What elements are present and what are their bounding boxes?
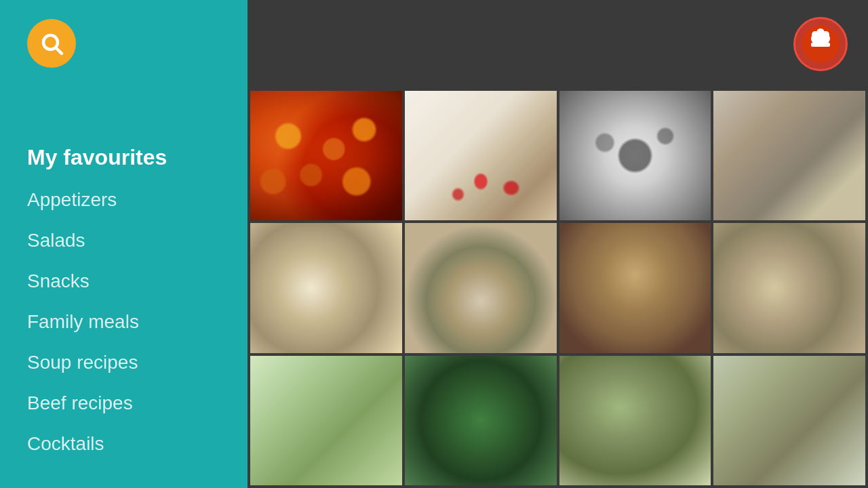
food-image-6[interactable] <box>405 223 557 352</box>
main-content <box>248 0 868 488</box>
svg-line-1 <box>56 48 62 54</box>
sidebar-item-beef-recipes[interactable]: Beef recipes <box>27 383 248 424</box>
food-image-12[interactable] <box>713 356 865 485</box>
sidebar-item-salads[interactable]: Salads <box>27 220 248 261</box>
sidebar: My favouritesAppetizersSaladsSnacksFamil… <box>0 0 248 488</box>
food-image-11[interactable] <box>559 356 711 485</box>
sidebar-item-soup-recipes[interactable]: Soup recipes <box>27 342 248 383</box>
food-image-1[interactable] <box>250 91 402 220</box>
food-image-7[interactable] <box>559 223 711 352</box>
food-image-5[interactable] <box>250 223 402 352</box>
food-image-10[interactable] <box>405 356 557 485</box>
food-image-4[interactable] <box>713 91 865 220</box>
sidebar-item-family-meals[interactable]: Family meals <box>27 302 248 342</box>
svg-point-9 <box>823 31 829 38</box>
food-image-9[interactable] <box>250 356 402 485</box>
sidebar-item-appetizers[interactable]: Appetizers <box>27 180 248 220</box>
search-button[interactable] <box>27 19 76 68</box>
svg-rect-4 <box>811 43 830 47</box>
logo-button[interactable] <box>793 17 848 71</box>
sidebar-item-my-favourites[interactable]: My favourites <box>27 136 248 180</box>
food-image-3[interactable] <box>559 91 711 220</box>
sidebar-item-snacks[interactable]: Snacks <box>27 261 248 302</box>
nav-menu: My favouritesAppetizersSaladsSnacksFamil… <box>0 136 248 464</box>
sidebar-item-cocktails[interactable]: Cocktails <box>27 424 248 464</box>
svg-point-6 <box>823 47 825 49</box>
food-grid <box>248 88 868 488</box>
svg-point-5 <box>816 47 818 49</box>
food-image-8[interactable] <box>713 223 865 352</box>
top-bar <box>248 0 868 88</box>
food-image-2[interactable] <box>405 91 557 220</box>
